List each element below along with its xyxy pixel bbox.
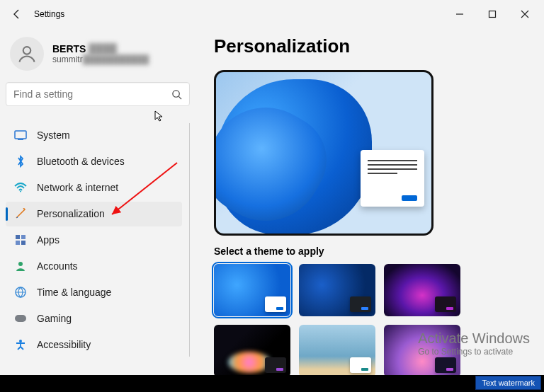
minimize-icon (455, 10, 464, 18)
close-icon (521, 10, 529, 18)
sidebar-item-personalization[interactable]: Personalization (6, 202, 182, 226)
account-name: BERTS ████ (52, 43, 149, 54)
nav-label: Apps (37, 234, 60, 246)
sidebar-item-accounts[interactable]: Accounts (6, 253, 182, 278)
theme-option-4[interactable] (214, 325, 290, 377)
accessibility-icon (14, 338, 27, 351)
theme-grid (214, 264, 523, 377)
svg-point-2 (23, 47, 31, 54)
theme-preview (214, 70, 434, 236)
window-title: Settings (34, 9, 64, 19)
text-watermark-badge: Text watermark (475, 376, 541, 390)
account-email: summitr███████████ (52, 54, 149, 64)
svg-point-12 (18, 262, 23, 266)
person-icon (17, 44, 37, 64)
maximize-icon (488, 10, 497, 18)
wifi-icon (14, 181, 27, 194)
minimize-button[interactable] (443, 3, 476, 25)
svg-line-4 (178, 96, 181, 99)
nav-label: Accounts (37, 260, 78, 272)
svg-point-7 (20, 191, 21, 192)
nav-list: System Bluetooth & devices Network & int… (6, 123, 190, 357)
svg-point-15 (19, 340, 22, 342)
sidebar-item-time-language[interactable]: Time & language (6, 279, 182, 304)
sidebar-item-accessibility[interactable]: Accessibility (6, 332, 182, 357)
apps-icon (14, 234, 27, 246)
svg-rect-8 (16, 235, 20, 239)
nav-label: Gaming (37, 313, 72, 324)
nav-label: Network & internet (37, 182, 118, 193)
nav-label: Time & language (37, 287, 111, 298)
sidebar-item-apps[interactable]: Apps (6, 228, 182, 253)
svg-rect-10 (16, 241, 20, 245)
gaming-icon (14, 312, 27, 325)
sidebar-item-system[interactable]: System (6, 123, 182, 148)
theme-option-1[interactable] (214, 264, 290, 316)
theme-option-3[interactable] (384, 264, 460, 316)
arrow-left-icon (11, 8, 23, 20)
paintbrush-icon (14, 207, 27, 220)
account-block[interactable]: BERTS ████ summitr███████████ (6, 34, 190, 82)
accounts-icon (14, 260, 27, 272)
nav-label: Personalization (37, 208, 105, 219)
search-input[interactable] (13, 88, 171, 100)
sidebar-item-gaming[interactable]: Gaming (6, 306, 182, 330)
page-title: Personalization (214, 35, 523, 57)
theme-option-2[interactable] (299, 264, 375, 316)
theme-section-title: Select a theme to apply (214, 246, 523, 257)
svg-rect-1 (489, 11, 496, 18)
nav-label: Accessibility (37, 339, 91, 350)
search-box[interactable] (6, 82, 190, 106)
theme-option-5[interactable] (299, 325, 375, 377)
nav-label: System (37, 129, 70, 141)
back-button[interactable] (3, 0, 31, 28)
close-button[interactable] (509, 3, 541, 25)
sidebar: BERTS ████ summitr███████████ System Blu… (0, 28, 198, 392)
activate-windows-watermark: Activate Windows Go to Settings to activ… (418, 330, 530, 357)
system-icon (14, 129, 27, 142)
preview-window (361, 150, 424, 207)
nav-label: Bluetooth & devices (37, 156, 125, 167)
svg-point-3 (173, 90, 179, 96)
svg-rect-5 (15, 131, 26, 139)
svg-rect-14 (15, 315, 26, 322)
avatar (10, 37, 44, 71)
taskbar (0, 375, 544, 392)
svg-rect-9 (21, 235, 26, 239)
sidebar-item-bluetooth[interactable]: Bluetooth & devices (6, 149, 182, 174)
bluetooth-icon (14, 155, 27, 168)
search-icon (171, 89, 182, 100)
globe-icon (14, 286, 27, 299)
svg-rect-11 (21, 241, 26, 245)
sidebar-item-network[interactable]: Network & internet (6, 175, 182, 200)
maximize-button[interactable] (476, 3, 509, 25)
